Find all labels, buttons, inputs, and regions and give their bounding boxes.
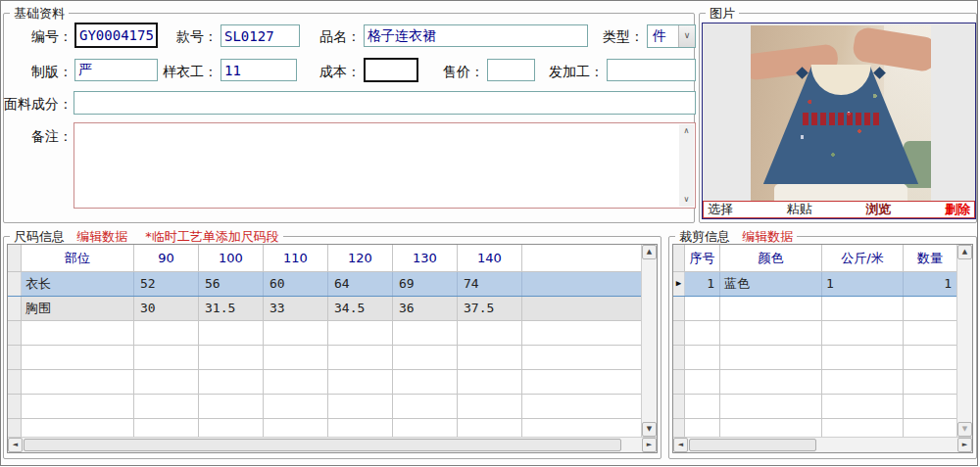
col-header-color: 颜色 [720, 245, 822, 272]
bianhao-input[interactable] [74, 23, 158, 48]
size-info-group: 尺码信息 编辑数据 *临时工艺单添加尺码段 部位 90 100 110 120 … [3, 236, 662, 459]
cutting-edit-data-link[interactable]: 编辑数据 [742, 229, 793, 244]
cutting-header-row: 序号 颜色 公斤/米 数量 [673, 245, 956, 272]
fajiagong-label: 发加工： [519, 64, 604, 81]
leixing-label: 类型： [575, 28, 644, 46]
size-hscroll-thumb[interactable] [24, 439, 621, 451]
col-header-qty: 数量 [904, 245, 956, 272]
delete-picture-button[interactable]: 删除 [945, 202, 970, 217]
scroll-right-icon[interactable]: ► [957, 438, 972, 452]
col-header-130: 130 [393, 245, 458, 272]
basic-info-group-title: 基础资料 [10, 5, 69, 23]
scroll-down-icon[interactable]: ∨ [679, 193, 694, 207]
chengben-input[interactable] [364, 58, 418, 82]
zhiban-label: 制版： [10, 64, 73, 81]
size-horizontal-scrollbar[interactable]: ◄ ► [8, 437, 657, 452]
table-row-empty[interactable] [8, 419, 641, 437]
kuanhao-input[interactable] [220, 24, 300, 47]
scroll-up-icon[interactable]: ▲ [642, 245, 657, 259]
pinming-label: 品名： [292, 28, 361, 46]
size-header-row: 部位 90 100 110 120 130 140 [8, 245, 641, 272]
cutting-info-group-title: 裁剪信息 [679, 229, 730, 244]
row-indicator-header [8, 245, 22, 272]
col-header-90: 90 [134, 245, 199, 272]
leixing-combobox[interactable]: 件 ∨ [647, 24, 696, 48]
picture-group-title: 图片 [706, 5, 739, 23]
table-row-cutting-1[interactable]: ▶ 1 蓝色 1 1 [673, 272, 956, 297]
paste-picture-button[interactable]: 粘贴 [787, 202, 812, 217]
beizhu-label: 备注： [10, 128, 73, 146]
leixing-combobox-value: 件 [648, 25, 678, 47]
scroll-left-icon[interactable]: ◄ [8, 438, 23, 452]
table-row-empty[interactable] [673, 346, 956, 370]
pinming-input[interactable] [364, 24, 588, 47]
cutting-info-group: 裁剪信息 编辑数据 序号 颜色 公斤/米 数量 ▶ 1 蓝色 1 1 [668, 236, 977, 459]
table-row-empty[interactable] [673, 419, 956, 437]
size-grid: 部位 90 100 110 120 130 140 衣长 52 56 60 64 [8, 245, 641, 437]
cutting-hscroll-thumb[interactable] [689, 439, 816, 451]
table-row-xiongwei[interactable]: 胸围 30 31.5 33 34.5 36 37.5 [8, 297, 641, 321]
mianliao-label: 面料成分： [4, 96, 73, 114]
chevron-down-icon[interactable]: ∨ [678, 25, 695, 47]
mianliao-input[interactable] [74, 91, 696, 115]
picture-group: 图片 选择 粘贴 浏览 删除 [699, 13, 977, 223]
row-marker-icon: ▶ [673, 272, 685, 296]
table-row-empty[interactable] [673, 395, 956, 419]
table-row-yichang[interactable]: 衣长 52 56 60 64 69 74 [8, 272, 641, 297]
scroll-down-icon[interactable]: ▼ [642, 422, 657, 437]
cutting-table: 序号 颜色 公斤/米 数量 ▶ 1 蓝色 1 1 [672, 244, 973, 453]
row-indicator-header [673, 245, 685, 272]
yangyigong-label: 样衣工： [139, 64, 218, 81]
col-header-no: 序号 [685, 245, 720, 272]
beizhu-textarea-box: ∧ ∨ [74, 122, 696, 209]
col-header-100: 100 [199, 245, 264, 272]
table-row-empty[interactable] [673, 297, 956, 321]
beizhu-scrollbar[interactable]: ∧ ∨ [679, 124, 694, 207]
photo-red-watermark [803, 113, 878, 125]
picture-frame: 选择 粘贴 浏览 删除 [702, 23, 976, 219]
scroll-down-icon[interactable]: ▼ [957, 422, 972, 437]
size-info-group-title: 尺码信息 [14, 229, 65, 244]
scroll-left-icon[interactable]: ◄ [673, 438, 688, 452]
cutting-horizontal-scrollbar[interactable]: ◄ ► [673, 437, 972, 452]
fajiagong-input[interactable] [607, 59, 696, 81]
picture-toolbar: 选择 粘贴 浏览 删除 [703, 201, 975, 218]
select-picture-button[interactable]: 选择 [708, 202, 733, 217]
table-row-empty[interactable] [673, 321, 956, 346]
col-header-kg: 公斤/米 [822, 245, 904, 272]
app-window: 基础资料 编号： 款号： 品名： 类型： 件 ∨ 制版： 样衣工： 成本： 售价… [0, 0, 978, 466]
yangyigong-input[interactable] [220, 59, 297, 81]
kuanhao-label: 款号： [151, 28, 218, 46]
scroll-up-icon[interactable]: ▲ [957, 245, 972, 259]
browse-picture-button[interactable]: 浏览 [865, 202, 891, 217]
size-vertical-scrollbar[interactable]: ▲ ▼ [641, 245, 657, 437]
cutting-grid: 序号 颜色 公斤/米 数量 ▶ 1 蓝色 1 1 [673, 245, 956, 437]
cutting-vertical-scrollbar[interactable]: ▲ ▼ [956, 245, 972, 437]
col-header-110: 110 [264, 245, 328, 272]
product-photo [751, 25, 931, 204]
size-temp-note: *临时工艺单添加尺码段 [145, 229, 279, 244]
col-header-140: 140 [458, 245, 522, 272]
shoujia-label: 售价： [416, 64, 484, 81]
beizhu-textarea[interactable] [74, 123, 679, 208]
scroll-up-icon[interactable]: ∧ [679, 124, 694, 138]
bianhao-label: 编号： [10, 28, 73, 46]
col-header-120: 120 [328, 245, 393, 272]
chengben-label: 成本： [292, 64, 361, 81]
table-row-empty[interactable] [8, 346, 641, 370]
scroll-right-icon[interactable]: ► [642, 438, 657, 452]
table-row-empty[interactable] [8, 395, 641, 419]
table-row-empty[interactable] [673, 370, 956, 395]
size-edit-data-link[interactable]: 编辑数据 [76, 229, 127, 244]
table-row-empty[interactable] [8, 321, 641, 346]
table-row-empty[interactable] [8, 370, 641, 395]
basic-info-group: 基础资料 编号： 款号： 品名： 类型： 件 ∨ 制版： 样衣工： 成本： 售价… [3, 13, 695, 223]
size-table: 部位 90 100 110 120 130 140 衣长 52 56 60 64 [7, 244, 658, 453]
col-header-part: 部位 [22, 245, 134, 272]
